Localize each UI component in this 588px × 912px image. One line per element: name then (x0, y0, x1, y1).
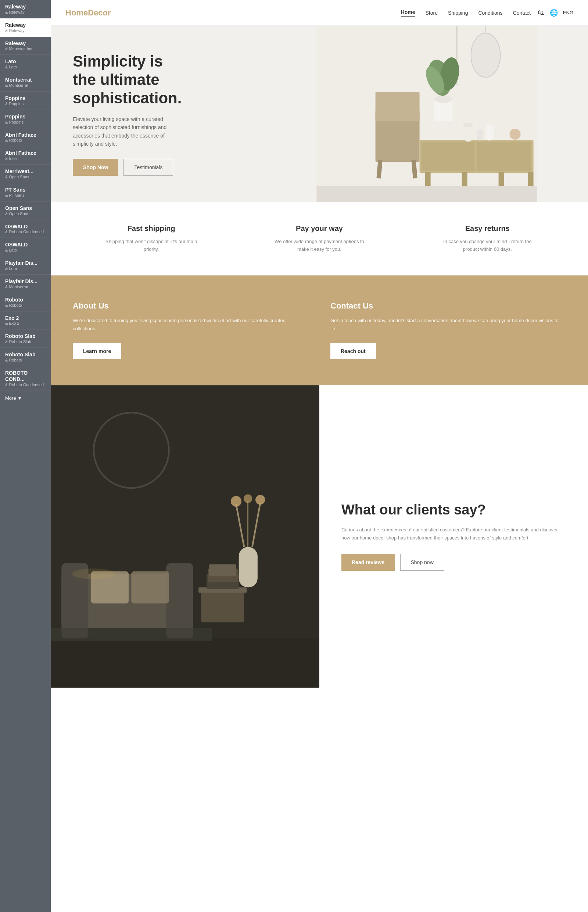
sidebar-font-pair-16: & Roboto (5, 303, 45, 308)
sidebar-font-pair-18: & Roboto Slab (5, 339, 45, 344)
read-reviews-button[interactable]: Read reviews (341, 554, 395, 571)
sidebar-font-name-3: Lato (5, 58, 45, 65)
feature-desc-1: We offer wide range of payment options t… (271, 238, 367, 253)
learn-more-button[interactable]: Learn more (73, 343, 121, 359)
sidebar-font-name-20: ROBOTO COND... (5, 370, 45, 382)
svg-rect-35 (201, 590, 244, 622)
svg-point-3 (471, 33, 500, 77)
sidebar-font-pair-5: & Poppins (5, 102, 45, 106)
sidebar-font-pair-13: & Lato (5, 248, 45, 252)
svg-point-49 (72, 569, 115, 579)
svg-point-44 (231, 496, 241, 506)
svg-rect-15 (421, 142, 475, 171)
nav-item-store[interactable]: Store (425, 10, 437, 16)
hero-content: Simplicity is the ultimate sophisticatio… (51, 30, 205, 198)
sidebar-font-name-0: Raleway (5, 4, 45, 10)
svg-rect-18 (462, 172, 467, 187)
svg-rect-16 (476, 142, 531, 171)
sidebar-item-16[interactable]: Roboto& Roboto (0, 293, 51, 311)
sidebar-item-8[interactable]: Abril Fatface& Inter (0, 146, 51, 165)
feature-title-0: Fast shipping (103, 224, 199, 233)
feature-item-1: Pay your wayWe offer wide range of payme… (271, 224, 367, 253)
sidebar-item-2[interactable]: Raleway& Merriweather (0, 37, 51, 55)
sidebar-item-17[interactable]: Exo 2& Exo 2 (0, 311, 51, 330)
sidebar-font-name-10: PT Sans (5, 187, 45, 193)
sidebar-item-6[interactable]: Poppins& Poppins (0, 110, 51, 128)
sidebar-item-11[interactable]: Open Sans& Open Sans (0, 201, 51, 220)
cart-icon[interactable]: 🛍 (538, 9, 544, 16)
sidebar-item-0[interactable]: Raleway& Raleway (0, 0, 51, 18)
sidebar-item-1[interactable]: Raleway& Raleway (0, 18, 51, 37)
feature-desc-2: In case you change your mind - return th… (439, 238, 535, 253)
logo: HomeDecor (65, 8, 111, 18)
svg-rect-11 (375, 92, 419, 121)
sidebar-font-name-11: Open Sans (5, 205, 45, 211)
sidebar-item-10[interactable]: PT Sans& PT Sans (0, 183, 51, 201)
sidebar-item-18[interactable]: Roboto Slab& Roboto Slab (0, 329, 51, 348)
shop-now-testimonials-button[interactable]: Shop now (400, 554, 444, 571)
sidebar-more-button[interactable]: More ▼ (0, 391, 51, 405)
svg-point-6 (434, 96, 452, 103)
feature-item-0: Fast shippingShipping that won't dissapo… (103, 224, 199, 253)
sidebar-item-7[interactable]: Abril Fatface& Roboto (0, 128, 51, 147)
svg-point-22 (463, 123, 473, 127)
sidebar-item-3[interactable]: Lato& Lato (0, 55, 51, 73)
sidebar-font-pair-7: & Roboto (5, 138, 45, 142)
feature-title-1: Pay your way (271, 224, 367, 233)
contact-block: Contact Us Get in touch with us today, a… (330, 301, 566, 359)
testimonials-content: What our clients say? Curious about the … (319, 385, 588, 688)
contact-heading: Contact Us (330, 301, 566, 311)
sidebar-font-name-1: Raleway (5, 22, 45, 28)
reach-out-button[interactable]: Reach out (330, 343, 376, 359)
about-heading: About Us (73, 301, 309, 311)
sidebar-font-pair-11: & Open Sans (5, 211, 45, 216)
language-selector[interactable]: ENG (563, 10, 573, 15)
hero-buttons: Shop Now Testimonials (73, 159, 183, 176)
hero-section: Simplicity is the ultimate sophisticatio… (51, 26, 588, 202)
svg-rect-23 (476, 129, 483, 141)
nav-item-conditions[interactable]: Conditions (478, 10, 502, 16)
sidebar-font-name-18: Roboto Slab (5, 333, 45, 339)
nav-item-home[interactable]: Home (401, 9, 415, 16)
svg-rect-17 (425, 172, 430, 187)
about-text: We're dedicated to turning your living s… (73, 317, 309, 333)
testimonials-button[interactable]: Testimonials (123, 159, 173, 176)
sidebar-item-15[interactable]: Playfair Dis...& Montserrat (0, 275, 51, 293)
feature-desc-0: Shipping that won't dissapoint. It's our… (103, 238, 199, 253)
hero-visual (266, 26, 588, 202)
sidebar-item-20[interactable]: ROBOTO COND...& Roboto Condensed (0, 366, 51, 391)
svg-rect-32 (166, 563, 193, 638)
sidebar-item-9[interactable]: Merriweat...& Open Sans (0, 165, 51, 183)
globe-icon[interactable]: 🌐 (550, 9, 558, 17)
sidebar-font-name-6: Poppins (5, 113, 45, 120)
sidebar-font-pair-19: & Roboto (5, 358, 45, 362)
about-contact-section: About Us We're dedicated to turning your… (51, 275, 588, 385)
testimonials-section: What our clients say? Curious about the … (51, 385, 588, 688)
svg-point-25 (509, 129, 520, 140)
shop-now-button[interactable]: Shop Now (73, 159, 118, 176)
sidebar-item-5[interactable]: Poppins& Poppins (0, 92, 51, 110)
main-nav: HomeStoreShippingConditionsContact (401, 9, 531, 16)
header: HomeDecor HomeStoreShippingConditionsCon… (51, 0, 588, 26)
sidebar-item-14[interactable]: Playfair Dis...& Lora (0, 256, 51, 275)
nav-item-shipping[interactable]: Shipping (448, 10, 468, 16)
feature-title-2: Easy returns (439, 224, 535, 233)
nav-item-contact[interactable]: Contact (513, 10, 531, 16)
sidebar-font-pair-9: & Open Sans (5, 175, 45, 179)
contact-text: Get in touch with us today, and let's st… (330, 317, 566, 333)
testimonials-title: What our clients say? (341, 502, 566, 518)
sidebar-font-pair-15: & Montserrat (5, 285, 45, 289)
nav-icons: 🛍 🌐 ENG (538, 9, 573, 17)
sidebar-item-13[interactable]: OSWALD& Lato (0, 238, 51, 256)
sidebar-font-name-8: Abril Fatface (5, 150, 45, 156)
sidebar-font-name-5: Poppins (5, 95, 45, 102)
sidebar-font-pair-4: & Montserrat (5, 83, 45, 87)
sidebar-font-pair-1: & Raleway (5, 28, 45, 33)
sidebar-font-pair-8: & Inter (5, 156, 45, 161)
sidebar-font-pair-20: & Roboto Condensed (5, 382, 45, 387)
sidebar-item-4[interactable]: Montserrat& Montserrat (0, 73, 51, 92)
hero-description: Elevate your living space with a curated… (73, 115, 183, 148)
sidebar-item-19[interactable]: Roboto Slab& Roboto (0, 348, 51, 366)
sidebar-item-12[interactable]: OSWALD& Roboto Condensed (0, 220, 51, 238)
sidebar-font-name-12: OSWALD (5, 224, 45, 230)
